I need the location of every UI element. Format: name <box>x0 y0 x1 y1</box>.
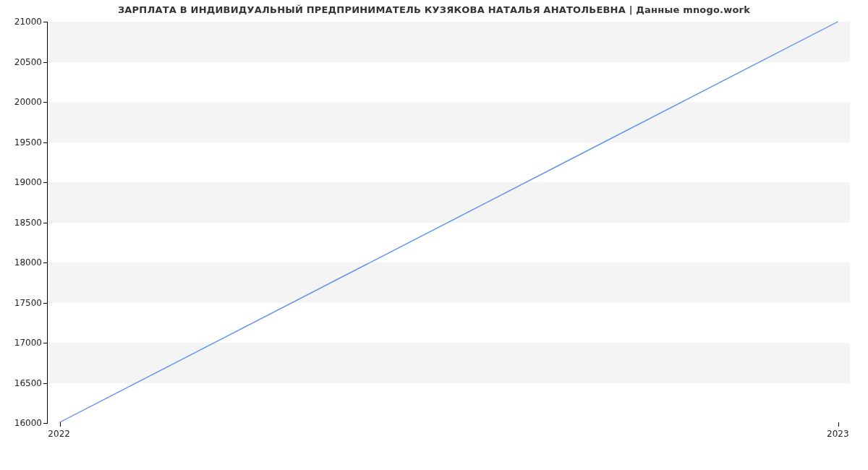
y-tick <box>43 142 48 143</box>
y-tick-label: 16000 <box>14 418 42 428</box>
y-tick-label: 20000 <box>14 97 42 107</box>
y-tick <box>43 423 48 424</box>
x-tick <box>60 422 61 427</box>
y-tick-label: 16500 <box>14 378 42 388</box>
y-tick-label: 20500 <box>14 57 42 67</box>
y-tick <box>43 383 48 384</box>
y-tick <box>43 62 48 63</box>
x-tick <box>838 422 839 427</box>
y-tick-label: 19000 <box>14 177 42 187</box>
y-tick-label: 18000 <box>14 257 42 268</box>
plot-area <box>47 22 850 423</box>
x-tick-label: 2023 <box>827 429 849 439</box>
y-tick <box>43 102 48 103</box>
y-tick <box>43 223 48 223</box>
y-tick <box>43 22 48 22</box>
y-tick <box>43 343 48 343</box>
series-line <box>60 22 838 422</box>
y-tick-label: 17000 <box>14 338 42 348</box>
y-tick-label: 18500 <box>14 218 42 228</box>
y-tick-label: 21000 <box>14 17 42 27</box>
chart-container: ЗАРПЛАТА В ИНДИВИДУАЛЬНЫЙ ПРЕДПРИНИМАТЕЛ… <box>0 0 868 470</box>
y-tick <box>43 182 48 183</box>
y-tick-label: 19500 <box>14 137 42 148</box>
chart-title: ЗАРПЛАТА В ИНДИВИДУАЛЬНЫЙ ПРЕДПРИНИМАТЕЛ… <box>0 4 868 15</box>
y-tick <box>43 303 48 304</box>
y-tick-label: 17500 <box>14 298 42 308</box>
y-tick <box>43 262 48 263</box>
x-tick-label: 2022 <box>48 429 70 439</box>
line-series-layer <box>48 22 850 422</box>
